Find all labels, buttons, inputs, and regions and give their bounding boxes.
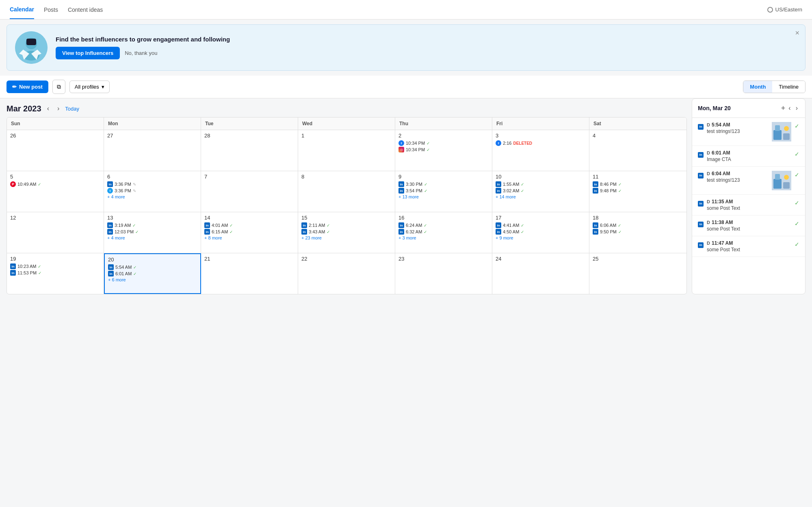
day-name-tue: Tue [201,118,298,130]
cal-cell-22[interactable]: 22 [298,253,395,294]
view-influencers-button[interactable]: View top Influencers [56,47,120,59]
event-16-2[interactable]: in 6:32 AM ✓ [398,229,489,235]
more-link-17[interactable]: + 9 more [496,235,586,240]
more-link-14[interactable]: + 8 more [204,235,294,240]
more-link-20[interactable]: + 6 more [108,277,197,282]
event-14-2[interactable]: in 6:15 AM ✓ [204,229,294,235]
event-13-2[interactable]: in 12:03 PM ✓ [107,229,197,235]
event-19-2[interactable]: in 11:53 PM ✓ [10,270,100,276]
event-2-2[interactable]: ◎ 10:34 PM ✓ [398,147,489,152]
more-link-15[interactable]: + 23 more [301,235,392,240]
today-button[interactable]: Today [65,106,79,112]
cal-cell-15[interactable]: 15 in 2:11 AM ✓ in 3:43 AM ✓ + 23 more [298,212,395,253]
event-15-2[interactable]: in 3:43 AM ✓ [301,229,392,235]
toolbar: ✏ New post ⧉ All profiles ▾ Month Timeli… [0,76,812,98]
cal-cell-21[interactable]: 21 [201,253,298,294]
profiles-dropdown[interactable]: All profiles ▾ [69,81,110,93]
banner-close-button[interactable]: × [795,29,799,37]
event-17-2[interactable]: in 4:50 AM ✓ [496,229,586,235]
event-15-1[interactable]: in 2:11 AM ✓ [301,222,392,228]
day-name-fri: Fri [492,118,589,130]
event-3-1[interactable]: f 2:16 DELETED [496,140,586,146]
side-post-5[interactable]: in D 11:38 AM some Post Text ✓ [692,215,805,236]
cal-cell-27[interactable]: 27 [104,130,201,171]
linkedin-icon: in [698,151,704,158]
post-thumbnail-3 [772,171,791,190]
nav-content-ideas[interactable]: Content ideas [68,1,103,19]
event-17-1[interactable]: in 4:41 AM ✓ [496,222,586,228]
cal-cell-14[interactable]: 14 in 4:01 AM ✓ in 6:15 AM ✓ + 8 more [201,212,298,253]
cal-cell-1[interactable]: 1 [298,130,395,171]
event-18-2[interactable]: in 9:50 PM ✓ [593,229,683,235]
copy-button[interactable]: ⧉ [52,80,65,94]
event-16-1[interactable]: in 6:24 AM ✓ [398,222,489,228]
cal-cell-2[interactable]: 2 f 10:34 PM ✓ ◎ 10:34 PM ✓ [395,130,492,171]
cal-cell-17[interactable]: 17 in 4:41 AM ✓ in 4:50 AM ✓ + 9 more [492,212,589,253]
event-14-1[interactable]: in 4:01 AM ✓ [204,222,294,228]
cal-cell-3[interactable]: 3 f 2:16 DELETED [492,130,589,171]
side-post-3[interactable]: in D 6:04 AM test strings!123 ✓ [692,167,805,195]
cal-cell-16[interactable]: 16 in 6:24 AM ✓ in 6:32 AM ✓ + 3 more [395,212,492,253]
more-link-9[interactable]: + 13 more [398,194,489,199]
event-10-2[interactable]: in 3:02 AM ✓ [496,188,586,194]
linkedin-icon: in [204,229,210,235]
prev-day-button[interactable]: ‹ [787,104,792,113]
svg-rect-8 [783,133,790,140]
cal-cell-10[interactable]: 10 in 1:55 AM ✓ in 3:02 AM ✓ + 14 more [492,171,589,212]
twitter-icon: t [107,188,113,194]
cal-cell-4[interactable]: 4 [589,130,686,171]
event-19-1[interactable]: in 10:23 AM ✓ [10,263,100,269]
event-11-1[interactable]: in 8:46 PM ✓ [593,181,683,187]
cal-cell-8[interactable]: 8 [298,171,395,212]
more-link-6[interactable]: + 4 more [107,194,197,199]
calendar-header: Mar 2023 ‹ › Today [6,98,687,117]
cal-cell-12[interactable]: 12 [7,212,104,253]
cal-cell-6[interactable]: 6 in 3:36 PM ✎ t 3:36 PM ✎ + 4 more [104,171,201,212]
cal-cell-26[interactable]: 26 [7,130,104,171]
event-18-1[interactable]: in 6:06 AM ✓ [593,222,683,228]
nav-calendar[interactable]: Calendar [10,0,34,19]
side-post-1[interactable]: in D 5:54 AM test strings!123 ✓ [692,118,805,146]
cal-cell-23[interactable]: 23 [395,253,492,294]
cal-cell-7[interactable]: 7 [201,171,298,212]
cal-cell-18[interactable]: 18 in 6:06 AM ✓ in 9:50 PM ✓ [589,212,686,253]
cal-cell-9[interactable]: 9 in 3:30 PM ✓ in 3:54 PM ✓ + 13 more [395,171,492,212]
cal-cell-13[interactable]: 13 in 3:19 AM ✓ in 12:03 PM ✓ + 4 more [104,212,201,253]
event-9-1[interactable]: in 3:30 PM ✓ [398,181,489,187]
linkedin-icon: in [496,188,501,194]
new-post-button[interactable]: ✏ New post [6,81,48,93]
cal-cell-24[interactable]: 24 [492,253,589,294]
more-link-13[interactable]: + 4 more [107,235,197,240]
event-20-2[interactable]: in 6:01 AM ✓ [108,271,197,276]
cal-cell-25[interactable]: 25 [589,253,686,294]
event-2-1[interactable]: f 10:34 PM ✓ [398,140,489,146]
event-13-1[interactable]: in 3:19 AM ✓ [107,222,197,228]
side-post-6[interactable]: in D 11:47 AM some Post Text ✓ [692,236,805,257]
cal-cell-11[interactable]: 11 in 8:46 PM ✓ in 9:48 PM ✓ [589,171,686,212]
top-nav: Calendar Posts Content ideas US/Eastern [0,0,812,20]
month-view-button[interactable]: Month [743,81,772,93]
cal-cell-5[interactable]: 5 P 10:49 AM ✓ [7,171,104,212]
event-20-1[interactable]: in 5:54 AM ✓ [108,264,197,270]
decline-button[interactable]: No, thank you [125,50,157,56]
side-post-2[interactable]: in D 6:01 AM Image CTA ✓ [692,146,805,167]
add-post-button[interactable]: + [781,104,786,113]
more-link-10[interactable]: + 14 more [496,194,586,199]
event-9-2[interactable]: in 3:54 PM ✓ [398,188,489,194]
nav-posts[interactable]: Posts [44,1,58,19]
event-6-1[interactable]: in 3:36 PM ✎ [107,181,197,187]
event-6-2[interactable]: t 3:36 PM ✎ [107,188,197,194]
more-link-16[interactable]: + 3 more [398,235,489,240]
timeline-view-button[interactable]: Timeline [772,81,805,93]
event-10-1[interactable]: in 1:55 AM ✓ [496,181,586,187]
next-month-button[interactable]: › [55,103,62,114]
side-post-4[interactable]: in D 11:35 AM some Post Text ✓ [692,195,805,215]
prev-month-button[interactable]: ‹ [45,103,52,114]
calendar-week-2: 5 P 10:49 AM ✓ 6 in 3:36 PM ✎ t [7,171,686,212]
cal-cell-28[interactable]: 28 [201,130,298,171]
event-11-2[interactable]: in 9:48 PM ✓ [593,188,683,194]
cal-cell-19[interactable]: 19 in 10:23 AM ✓ in 11:53 PM ✓ [7,253,104,294]
event-5-1[interactable]: P 10:49 AM ✓ [10,181,100,187]
cal-cell-20-today[interactable]: 20 in 5:54 AM ✓ in 6:01 AM ✓ + 6 more [104,253,201,294]
next-day-button[interactable]: › [794,104,799,113]
